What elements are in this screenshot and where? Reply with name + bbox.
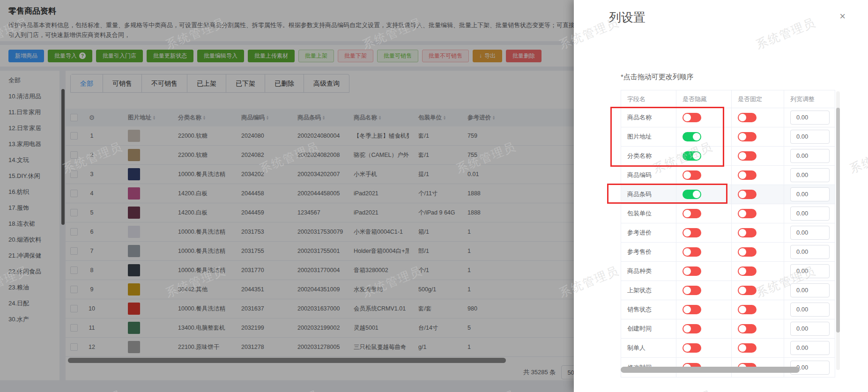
width-input[interactable]: 0.00 [790,322,830,336]
field-name: 商品编码 [621,166,676,185]
width-cell: 0.00 [784,147,835,165]
field-name: 参考售价 [621,243,676,261]
drawer-vertical-scrollbar[interactable] [836,91,840,370]
field-name: 商品种类 [621,262,676,281]
width-input[interactable]: 0.00 [790,111,830,125]
fixed-cell [732,319,784,338]
hidden-cell [676,281,732,300]
width-input[interactable]: 0.00 [790,283,830,297]
fixed-cell [732,127,784,146]
width-input[interactable]: 0.00 [790,207,830,221]
width-input[interactable]: 0.00 [790,303,830,317]
hidden-cell [676,223,732,242]
hidden-cell [676,319,732,338]
field-name: 分类名称 [621,147,676,165]
hidden-toggle[interactable] [683,305,701,314]
scrollbar-thumb[interactable] [836,108,840,333]
settings-row[interactable]: 制单人0.00 [621,339,835,358]
settings-row[interactable]: 分类名称0.00 [621,147,835,166]
fixed-cell [732,339,784,357]
fixed-toggle[interactable] [738,324,757,333]
field-name: 商品条码 [621,185,676,204]
hidden-toggle[interactable] [683,209,701,218]
settings-row[interactable]: 包装单位0.00 [621,204,835,223]
fixed-cell [732,166,784,185]
hidden-toggle[interactable] [683,170,701,180]
fixed-toggle[interactable] [738,286,757,295]
fixed-toggle[interactable] [738,247,757,257]
width-cell: 0.00 [784,243,835,261]
hidden-toggle[interactable] [683,228,701,237]
close-icon[interactable]: × [839,11,846,22]
modal-mask[interactable] [0,0,574,392]
settings-row[interactable]: 参考售价0.00 [621,243,835,262]
fixed-cell [732,108,784,127]
width-input[interactable]: 0.00 [790,168,830,182]
hidden-toggle[interactable] [683,132,701,141]
settings-row[interactable]: 商品名称0.00 [621,108,835,127]
width-cell: 0.00 [784,281,835,300]
settings-row[interactable]: 上架状态0.00 [621,281,835,300]
settings-row[interactable]: 图片地址0.00 [621,127,835,147]
width-input[interactable]: 0.00 [790,149,830,163]
field-name: 商品名称 [621,108,676,127]
width-cell: 0.00 [784,262,835,281]
column-settings-table: 字段名 是否隐藏 是否固定 列宽调整 商品名称0.00图片地址0.00分类名称0… [621,90,835,377]
field-name: 销售状态 [621,300,676,319]
fixed-cell [732,185,784,204]
settings-row[interactable]: 销售状态0.00 [621,300,835,319]
drawer-horizontal-scrollbar[interactable] [621,367,835,373]
fixed-toggle[interactable] [738,305,757,314]
hidden-toggle[interactable] [683,190,701,199]
fixed-cell [732,243,784,261]
width-cell: 0.00 [784,166,835,185]
fixed-cell [732,147,784,165]
hidden-cell [676,339,732,357]
drawer-title: 列设置 [609,9,645,26]
field-name: 参考进价 [621,223,676,242]
fixed-toggle[interactable] [738,266,757,276]
col-header-fixed: 是否固定 [732,90,784,108]
width-cell: 0.00 [784,319,835,338]
hidden-toggle[interactable] [683,113,701,122]
fixed-toggle[interactable] [738,113,757,122]
col-header-hidden: 是否隐藏 [676,90,732,108]
width-cell: 0.00 [784,108,835,127]
settings-row[interactable]: 商品编码0.00 [621,166,835,185]
hidden-toggle[interactable] [683,324,701,333]
width-cell: 0.00 [784,300,835,319]
field-name: 创建时间 [621,319,676,338]
width-input[interactable]: 0.00 [790,130,830,144]
hidden-toggle[interactable] [683,286,701,295]
width-input[interactable]: 0.00 [790,187,830,201]
hidden-cell [676,185,732,204]
width-cell: 0.00 [784,127,835,146]
hidden-toggle[interactable] [683,247,701,257]
fixed-toggle[interactable] [738,170,757,180]
hidden-cell [676,108,732,127]
fixed-toggle[interactable] [738,190,757,199]
hidden-toggle[interactable] [683,151,701,161]
hidden-toggle[interactable] [683,343,701,353]
hidden-toggle[interactable] [683,266,701,276]
width-cell: 0.00 [784,204,835,223]
width-input[interactable]: 0.00 [790,226,830,240]
fixed-toggle[interactable] [738,132,757,141]
hidden-cell [676,204,732,223]
fixed-toggle[interactable] [738,343,757,353]
settings-row[interactable]: 参考进价0.00 [621,223,835,243]
width-input[interactable]: 0.00 [790,341,830,355]
fixed-toggle[interactable] [738,228,757,237]
fixed-toggle[interactable] [738,209,757,218]
settings-row[interactable]: 创建时间0.00 [621,319,835,339]
field-name: 制单人 [621,339,676,357]
width-input[interactable]: 0.00 [790,245,830,259]
fixed-cell [732,281,784,300]
scrollbar-thumb[interactable] [621,367,800,373]
fixed-cell [732,300,784,319]
settings-row[interactable]: 商品条码0.00 [621,185,835,204]
col-header-field: 字段名 [621,90,676,108]
settings-row[interactable]: 商品种类0.00 [621,262,835,281]
width-input[interactable]: 0.00 [790,264,830,278]
fixed-toggle[interactable] [738,151,757,161]
